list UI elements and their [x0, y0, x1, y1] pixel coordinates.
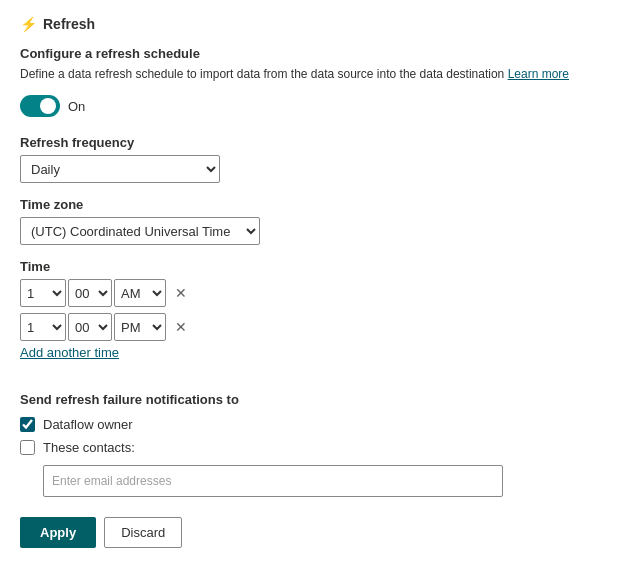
- email-input[interactable]: [43, 465, 503, 497]
- discard-button[interactable]: Discard: [104, 517, 182, 548]
- time-row-2: 1234 5678 9101112 00153045 AMPM ✕: [20, 313, 597, 341]
- refresh-icon: ⚡: [20, 16, 37, 32]
- time-label: Time: [20, 259, 597, 274]
- time-row-2-minute[interactable]: 00153045: [68, 313, 112, 341]
- notifications-title: Send refresh failure notifications to: [20, 392, 597, 407]
- toggle-container: On: [20, 95, 597, 117]
- time-row-1-hour[interactable]: 1234 5678 9101112: [20, 279, 66, 307]
- refresh-frequency-label: Refresh frequency: [20, 135, 597, 150]
- add-time-link[interactable]: Add another time: [20, 345, 119, 360]
- timezone-group: Time zone (UTC) Coordinated Universal Ti…: [20, 197, 597, 245]
- time-row-1-ampm[interactable]: AMPM: [114, 279, 166, 307]
- checkbox-row-contacts: These contacts:: [20, 440, 597, 455]
- checkbox-owner-label: Dataflow owner: [43, 417, 133, 432]
- description: Define a data refresh schedule to import…: [20, 65, 597, 83]
- notifications-section: Send refresh failure notifications to Da…: [20, 392, 597, 497]
- checkbox-contacts-label: These contacts:: [43, 440, 135, 455]
- time-row-2-ampm[interactable]: AMPM: [114, 313, 166, 341]
- time-group: Time 1234 5678 9101112 00153045 AMPM ✕ 1…: [20, 259, 597, 378]
- toggle-label: On: [68, 99, 85, 114]
- refresh-toggle[interactable]: [20, 95, 60, 117]
- page-header: ⚡ Refresh: [20, 16, 597, 32]
- apply-button[interactable]: Apply: [20, 517, 96, 548]
- button-row: Apply Discard: [20, 517, 597, 548]
- time-row-2-hour[interactable]: 1234 5678 9101112: [20, 313, 66, 341]
- refresh-frequency-group: Refresh frequency Daily Weekly Monthly: [20, 135, 597, 183]
- timezone-select[interactable]: (UTC) Coordinated Universal Time (UTC+01…: [20, 217, 260, 245]
- time-row-1: 1234 5678 9101112 00153045 AMPM ✕: [20, 279, 597, 307]
- time-row-1-minute[interactable]: 00153045: [68, 279, 112, 307]
- section-title: Configure a refresh schedule: [20, 46, 597, 61]
- time-rows: 1234 5678 9101112 00153045 AMPM ✕ 1234 5…: [20, 279, 597, 341]
- remove-time-1-button[interactable]: ✕: [172, 285, 190, 301]
- timezone-label: Time zone: [20, 197, 597, 212]
- learn-more-link[interactable]: Learn more: [508, 67, 569, 81]
- refresh-frequency-select[interactable]: Daily Weekly Monthly: [20, 155, 220, 183]
- remove-time-2-button[interactable]: ✕: [172, 319, 190, 335]
- checkbox-owner[interactable]: [20, 417, 35, 432]
- checkbox-contacts[interactable]: [20, 440, 35, 455]
- page-title: Refresh: [43, 16, 95, 32]
- checkbox-row-owner: Dataflow owner: [20, 417, 597, 432]
